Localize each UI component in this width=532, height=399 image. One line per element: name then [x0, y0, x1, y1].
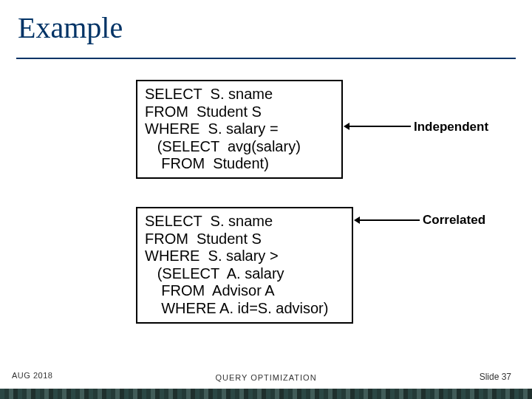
footer-slide-number: Slide 37	[480, 372, 511, 382]
page-title: Example	[18, 10, 123, 45]
footer-center: QUERY OPTIMIZATION	[0, 373, 532, 382]
arrow-icon	[359, 219, 420, 221]
slide: Example SELECT S. sname FROM Student S W…	[0, 0, 532, 399]
sql-box-independent: SELECT S. sname FROM Student S WHERE S. …	[136, 80, 343, 179]
sql-code-2: SELECT S. sname FROM Student S WHERE S. …	[145, 213, 344, 318]
arrow-icon	[349, 126, 411, 127]
sql-code-1: SELECT S. sname FROM Student S WHERE S. …	[145, 86, 334, 173]
decorative-border	[0, 389, 532, 399]
sql-box-correlated: SELECT S. sname FROM Student S WHERE S. …	[136, 207, 353, 324]
annotation-correlated: Correlated	[423, 213, 485, 228]
annotation-independent: Independent	[414, 120, 488, 134]
title-underline	[16, 58, 516, 59]
